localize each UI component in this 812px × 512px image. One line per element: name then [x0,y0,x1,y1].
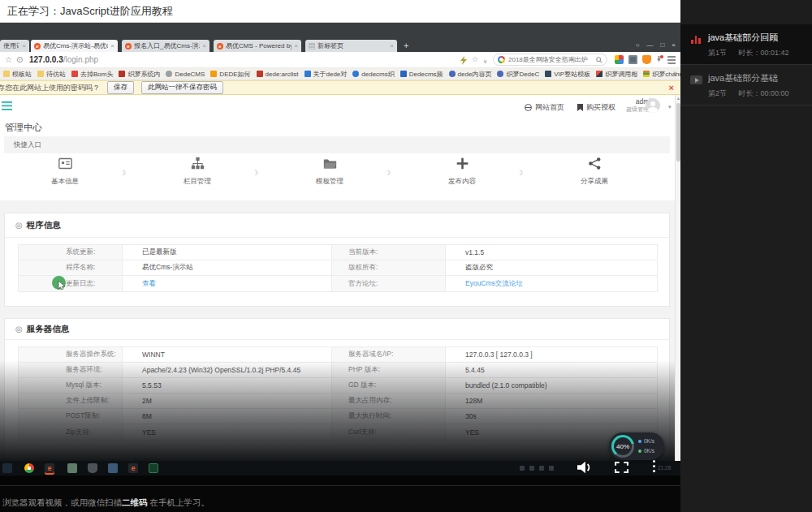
bookmark-item[interactable]: 织梦调用相 [596,70,637,79]
tray-icon[interactable] [520,466,525,471]
bookmarks-overflow-icon[interactable]: » [673,69,677,77]
extension-grid-icon[interactable] [628,55,637,64]
minimize-button[interactable]: — [646,41,653,50]
bookmark-flag-icon [577,104,583,111]
browser-menu-icon[interactable] [667,55,676,64]
browser-tab-active[interactable]: e 易优Cms-演示站-易优CMS企.. × [31,40,118,52]
globe-favicon [166,71,172,77]
fullscreen-button[interactable] [615,462,628,473]
bookmark-item[interactable]: 关于dede对 [304,70,348,79]
tab-close-icon[interactable]: × [22,42,26,49]
bookmark-item[interactable]: dedecms织 [352,70,394,79]
browser-e-taskbar-icon[interactable]: e [45,463,54,473]
bookmark-item[interactable]: DEDE如何 [210,70,250,79]
tab-close-icon[interactable]: × [390,42,394,49]
step-publish-content[interactable]: 发布内容 [425,157,499,187]
eyou-favicon: e [217,43,223,49]
purchase-license-link[interactable]: 购买授权 [577,102,615,113]
apps-grid-icon[interactable] [615,55,624,64]
app-taskbar-icon[interactable] [149,463,158,473]
player-more-button[interactable] [653,460,656,475]
favicon [449,71,456,77]
step-template-manage[interactable]: 模板管理 [292,157,367,187]
site-info-icon[interactable]: ⊙ [16,55,23,64]
bookmark-item[interactable]: 去掉Bom头 [71,70,113,79]
bookmark-item[interactable]: 织梦DedeC [497,70,539,79]
bookmark-item[interactable]: 待仿站 [37,70,66,79]
address-bar[interactable]: 127.0.0.3/login.php [29,55,98,64]
bookmark-star-icon[interactable]: ☆ [5,55,12,64]
browser-e2-taskbar-icon[interactable]: e [128,463,138,473]
player-note-bar: 浏览器观看视频，或用微信扫描二维码 在手机上学习。 [0,485,680,512]
download-icon[interactable] [654,55,663,64]
never-save-button[interactable]: 此网站一律不保存密码 [141,81,223,94]
volume-icon [576,460,594,475]
net-down-row: 0K/s [638,438,654,444]
plus-icon [456,157,469,170]
net-up-row: 0K/s [638,448,654,454]
step-share-result[interactable]: 分享成果 [557,157,632,187]
tray-icon[interactable] [539,466,544,471]
section-dot-icon: ◎ [15,325,23,333]
tab-close-icon[interactable]: × [294,42,298,49]
flash-bolt-icon[interactable] [460,56,467,65]
bookmark-item[interactable]: DedeCMS [166,71,205,78]
browser-tab-newtab[interactable]: 新标签页 × [305,40,397,52]
security-shield-icon[interactable] [642,55,651,64]
note-text: 浏览器观看视频，或用微信扫描二维码 在手机上学习。 [2,497,209,509]
tab-close-icon[interactable]: × [110,42,114,49]
account-circle-icon[interactable]: ○ [636,41,640,50]
browser-tab-partial[interactable]: 使用订 × [0,40,29,52]
admin-dashboard: 管理中心 快捷入口 基本信息 › [0,117,675,461]
save-password-button[interactable]: 保存 [107,81,134,94]
app-taskbar-icon[interactable] [67,463,77,473]
chrome-taskbar-icon[interactable] [24,463,34,473]
upload-dot-icon [638,450,641,453]
window-controls: ○ — □ × [636,41,676,50]
favicon [352,71,359,77]
bookmark-item[interactable]: VIP整站模板 [545,70,590,79]
close-window-button[interactable]: × [672,41,676,50]
bookmark-item[interactable]: Dedecms频 [400,70,443,79]
chapter-item[interactable]: java基础部分基础 第2节 时长：00:00:00 [680,65,812,105]
bookmark-item[interactable]: 织梦系统内 [119,70,160,79]
url-host: 127.0.0.3 [29,55,63,64]
dot [653,465,655,467]
program-info-header: ◎ 程序信息 [5,213,669,238]
dropdown-caret-icon[interactable]: ∨ [483,57,487,66]
play-badge-icon [690,75,702,84]
tray-clock: 21:28 [658,465,671,471]
tray-icon[interactable] [549,466,554,471]
step-basic-info[interactable]: 基本信息 [28,157,102,187]
favorite-star-icon[interactable]: ☆ [472,55,478,64]
user-menu-caret-icon[interactable]: ▾ [668,104,672,110]
page-scrollbar[interactable]: ▲ [675,95,680,461]
sidebar-toggle-icon[interactable] [2,101,12,110]
new-tab-button[interactable]: + [404,41,408,51]
chapter-item-current[interactable]: java基础部分回顾 第1节 时长：00:01:42 [680,24,812,65]
tray-icon[interactable] [529,466,534,471]
app-taskbar-icon[interactable] [88,463,97,473]
net-speed-widget[interactable]: 40% 0K/s 0K/s [609,432,664,460]
bookmark-item[interactable]: 模板站 [3,70,32,79]
volume-button[interactable] [576,460,594,475]
bookmark-item[interactable]: dede内容页 [449,70,492,79]
app-taskbar-icon[interactable] [108,463,118,473]
site-home-link[interactable]: 网站首页 [525,102,564,113]
server-info-header: ◎ 服务器信息 [5,319,669,340]
video-player[interactable]: 使用订 × e 易优Cms-演示站-易优CMS企.. × e 报名入口_易优Cm… [0,23,680,485]
maximize-button[interactable]: □ [660,41,664,50]
browser-tab-2[interactable]: e 报名入口_易优Cms-演示站 × [122,40,209,52]
close-passbar-icon[interactable]: × [669,83,674,93]
start-button-icon[interactable] [2,463,12,473]
browser-tab-3[interactable]: e 易优CMS - Powered by Eyou.. × [214,40,301,52]
favicon [497,71,503,77]
server-info-panel: ◎ 服务器信息 服务器操作系统: WINNT 服务器域名/IP: 127.0.0… [4,318,670,461]
changelog-link[interactable]: 查看 [123,276,332,291]
tab-close-icon[interactable]: × [202,42,206,49]
forum-link[interactable]: EyouCms交流论坛 [446,276,657,291]
avatar[interactable] [646,98,660,113]
omni-search-box[interactable]: 2018最全网络安全指南出炉 [493,54,607,66]
bookmark-item[interactable]: dede:arclist [257,71,299,78]
step-column-manage[interactable]: 栏目管理 [160,157,235,187]
